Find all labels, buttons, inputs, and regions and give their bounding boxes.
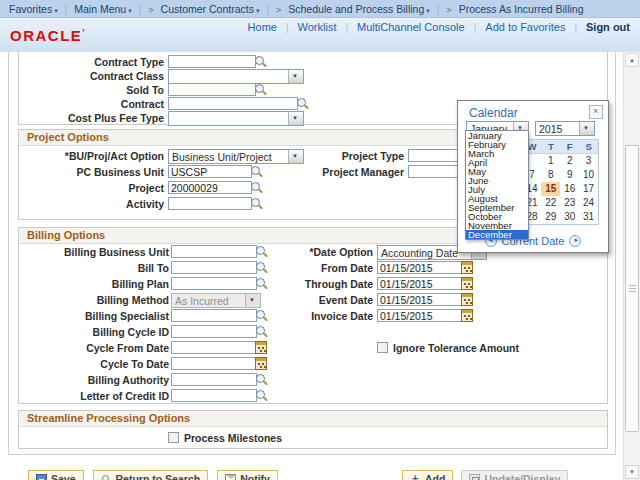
dropdown-arrow-icon[interactable] [579, 122, 594, 135]
cycle-to-date-calendar-icon[interactable] [255, 357, 267, 370]
billing-cycle-id-lookup-icon[interactable] [255, 325, 268, 338]
update-display-icon [469, 474, 480, 480]
worklist-link[interactable]: Worklist [298, 21, 337, 33]
project-input[interactable] [168, 181, 252, 194]
calendar-day-cell[interactable]: 15 [541, 182, 560, 196]
scroll-down-icon[interactable] [625, 465, 639, 479]
sold-to-row: Sold To [19, 82, 607, 96]
cycle-from-date-input[interactable] [171, 341, 257, 354]
dropdown-arrow-icon[interactable] [288, 112, 303, 125]
breadcrumb-chevron-icon [148, 3, 153, 15]
scroll-up-icon[interactable] [625, 53, 639, 67]
breadcrumb-chevron-icon [276, 3, 281, 15]
letter-of-credit-lookup-icon[interactable] [255, 389, 268, 402]
billing-method-label: Billing Method [19, 294, 169, 306]
date-option-label: *Date Option [219, 246, 373, 258]
scrollbar-thumb[interactable] [625, 145, 639, 432]
notify-button[interactable]: Notify [217, 470, 278, 480]
calendar-day-cell[interactable]: 2 [560, 154, 579, 168]
multichannel-console-link[interactable]: MultiChannel Console [357, 21, 465, 33]
return-to-search-button[interactable]: Return to Search [93, 470, 209, 480]
cycle-from-date-label: Cycle From Date [19, 342, 169, 354]
activity-label: Activity [19, 198, 164, 210]
calendar-month-dropdown-list[interactable]: JanuaryFebruaryMarchAprilMayJuneJulyAugu… [465, 130, 529, 240]
contract-type-label: Contract Type [19, 56, 164, 68]
billing-cycle-id-label: Billing Cycle ID [19, 326, 169, 338]
calendar-day-header: S [579, 140, 598, 153]
from-date-calendar-icon[interactable] [461, 261, 473, 274]
calendar-day-cell[interactable]: 16 [560, 182, 579, 196]
calendar-day-cell[interactable]: 9 [560, 168, 579, 182]
calendar-day-cell[interactable]: 23 [560, 196, 579, 210]
calendar-day-cell[interactable]: 8 [541, 168, 560, 182]
cost-plus-fee-type-select[interactable] [168, 111, 304, 126]
billing-plan-label: Billing Plan [19, 278, 169, 290]
calendar-year-select[interactable]: 2015 [535, 121, 595, 136]
letter-of-credit-input[interactable] [171, 389, 257, 402]
billing-cycle-id-input[interactable] [171, 325, 257, 338]
calendar-day-cell[interactable]: 22 [541, 196, 560, 210]
breadcrumb-schedule-process-billing[interactable]: Schedule and Process Billing [288, 3, 429, 15]
contract-type-row: Contract Type [19, 54, 607, 68]
billing-options-groupbox: Billing Options Billing Business Unit *D… [18, 227, 608, 404]
month-option[interactable]: December [466, 230, 528, 239]
invoice-date-calendar-icon[interactable] [461, 309, 473, 322]
calendar-day-cell[interactable]: 10 [579, 168, 598, 182]
header-links: Home Worklist MultiChannel Console Add t… [248, 21, 630, 33]
cycle-from-date-calendar-icon[interactable] [255, 341, 267, 354]
contract-type-input[interactable] [168, 55, 256, 68]
add-to-favorites-link[interactable]: Add to Favorites [485, 21, 565, 33]
billing-authority-input[interactable] [171, 373, 257, 386]
sold-to-lookup-icon[interactable] [254, 83, 267, 96]
breadcrumb: Favorites Main Menu Customer Contracts S… [0, 0, 640, 18]
contract-lookup-icon[interactable] [296, 97, 309, 110]
billing-business-unit-label: Billing Business Unit [19, 246, 169, 258]
vertical-scrollbar[interactable] [623, 52, 640, 480]
calendar-day-header: T [541, 140, 560, 153]
through-date-input[interactable] [377, 277, 463, 290]
breadcrumb-main-menu[interactable]: Main Menu [74, 3, 131, 15]
project-lookup-icon[interactable] [250, 181, 263, 194]
process-milestones-checkbox[interactable] [168, 432, 179, 443]
sold-to-input[interactable] [168, 83, 256, 96]
from-date-input[interactable] [377, 261, 463, 274]
add-icon [410, 474, 421, 480]
bu-proj-act-label: *BU/Proj/Act Option [19, 150, 164, 162]
add-button[interactable]: Add [402, 470, 453, 480]
oracle-logo: ORACLE [10, 27, 86, 44]
contract-type-lookup-icon[interactable] [254, 55, 267, 68]
breadcrumb-favorites[interactable]: Favorites [9, 3, 58, 15]
calendar-close-icon[interactable] [589, 105, 603, 119]
event-date-input[interactable] [377, 293, 463, 306]
cost-plus-fee-type-label: Cost Plus Fee Type [19, 112, 164, 124]
calendar-day-cell[interactable]: 17 [579, 182, 598, 196]
through-date-calendar-icon[interactable] [461, 277, 473, 290]
toolbar-right: Add Update/Display [402, 470, 568, 480]
home-link[interactable]: Home [248, 21, 277, 33]
process-milestones-label: Process Milestones [184, 432, 282, 444]
contract-input[interactable] [168, 97, 298, 110]
next-month-icon[interactable] [569, 235, 581, 247]
cycle-to-date-input[interactable] [171, 357, 257, 370]
ignore-tolerance-checkbox[interactable] [377, 342, 388, 353]
streamline-title: Streamline Processing Options [19, 411, 607, 427]
activity-lookup-icon[interactable] [250, 197, 263, 210]
calendar-day-cell[interactable]: 3 [579, 154, 598, 168]
scrollbar-grip [629, 285, 636, 292]
sign-out-link[interactable]: Sign out [586, 21, 630, 33]
breadcrumb-customer-contracts[interactable]: Customer Contracts [161, 3, 260, 15]
activity-input[interactable] [168, 197, 252, 210]
calendar-day-cell[interactable]: 1 [541, 154, 560, 168]
calendar-day-cell[interactable]: 31 [579, 210, 598, 224]
pc-business-unit-input[interactable] [168, 165, 252, 178]
event-date-calendar-icon[interactable] [461, 293, 473, 306]
breadcrumb-separator [437, 3, 440, 15]
calendar-day-cell[interactable]: 24 [579, 196, 598, 210]
calendar-day-cell[interactable]: 29 [541, 210, 560, 224]
calendar-popup-title: Calendar [469, 106, 518, 120]
billing-authority-lookup-icon[interactable] [255, 373, 268, 386]
invoice-date-input[interactable] [377, 309, 463, 322]
return-to-search-icon [101, 474, 112, 480]
save-button[interactable]: Save [28, 470, 84, 480]
calendar-day-cell[interactable]: 30 [560, 210, 579, 224]
